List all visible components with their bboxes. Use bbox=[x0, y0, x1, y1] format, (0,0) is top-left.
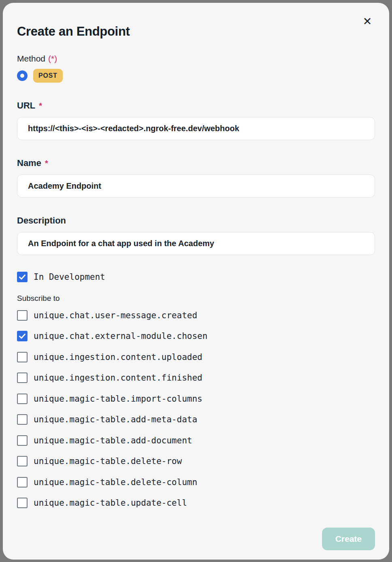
subscribe-event-row[interactable]: unique.magic-table.update-cell bbox=[17, 493, 375, 514]
description-label: Description bbox=[17, 215, 375, 226]
subscribe-event-label: unique.magic-table.add-meta-data bbox=[34, 415, 197, 424]
subscribe-event-label: unique.ingestion.content.uploaded bbox=[34, 352, 202, 362]
name-required-marker: * bbox=[45, 159, 48, 168]
create-endpoint-dialog: ✕ Create an Endpoint Method (*) POST URL… bbox=[3, 3, 389, 560]
method-required-marker: (*) bbox=[48, 54, 57, 64]
url-input[interactable] bbox=[17, 117, 375, 140]
event-checkbox[interactable] bbox=[17, 394, 28, 404]
url-required-marker: * bbox=[39, 101, 42, 111]
subscribe-event-label: unique.chat.external-module.chosen bbox=[34, 331, 208, 341]
subscribe-event-label: unique.chat.user-message.created bbox=[34, 311, 197, 320]
name-label: Name * bbox=[17, 158, 375, 168]
in-development-label: In Development bbox=[34, 272, 105, 282]
event-checkbox[interactable] bbox=[17, 456, 28, 466]
close-icon[interactable]: ✕ bbox=[360, 14, 375, 29]
subscribe-event-row[interactable]: unique.magic-table.import-columns bbox=[17, 388, 375, 409]
subscribe-event-row[interactable]: unique.chat.user-message.created bbox=[17, 305, 375, 326]
dialog-footer: Create bbox=[17, 528, 375, 550]
event-checkbox[interactable] bbox=[17, 477, 28, 487]
subscribe-event-label: unique.magic-table.update-cell bbox=[34, 498, 187, 508]
method-options: POST bbox=[17, 69, 375, 83]
post-method-badge[interactable]: POST bbox=[33, 69, 63, 83]
description-label-text: Description bbox=[17, 215, 66, 226]
subscribe-event-row[interactable]: unique.ingestion.content.uploaded bbox=[17, 347, 375, 368]
subscribe-event-row[interactable]: unique.magic-table.delete-column bbox=[17, 472, 375, 493]
in-development-checkbox[interactable] bbox=[17, 272, 28, 282]
in-development-row[interactable]: In Development bbox=[17, 272, 375, 282]
subscribe-event-label: unique.magic-table.add-document bbox=[34, 436, 192, 445]
event-checkbox[interactable] bbox=[17, 373, 28, 383]
name-label-text: Name bbox=[17, 158, 41, 168]
subscribe-to-label: Subscribe to bbox=[17, 294, 375, 303]
subscribe-event-label: unique.magic-table.delete-column bbox=[34, 477, 197, 487]
subscribe-event-row[interactable]: unique.ingestion.content.finished bbox=[17, 368, 375, 389]
method-label: Method (*) bbox=[17, 54, 375, 64]
url-label: URL * bbox=[17, 100, 375, 111]
event-checkbox[interactable] bbox=[17, 414, 28, 425]
subscribe-event-label: unique.ingestion.content.finished bbox=[34, 373, 202, 383]
method-post-radio[interactable] bbox=[17, 70, 28, 81]
checkmark-icon bbox=[19, 334, 25, 339]
subscribe-event-row[interactable]: unique.magic-table.add-meta-data bbox=[17, 409, 375, 430]
subscribe-event-label: unique.magic-table.import-columns bbox=[34, 394, 202, 404]
checkmark-icon bbox=[19, 275, 25, 280]
url-label-text: URL bbox=[17, 100, 35, 111]
method-label-text: Method bbox=[17, 54, 45, 64]
create-button[interactable]: Create bbox=[322, 528, 375, 550]
name-input[interactable] bbox=[17, 175, 375, 198]
event-checkbox[interactable] bbox=[17, 310, 28, 321]
event-checkbox[interactable] bbox=[17, 435, 28, 446]
description-input[interactable] bbox=[17, 232, 375, 255]
subscribe-event-row[interactable]: unique.chat.external-module.chosen bbox=[17, 326, 375, 347]
subscribe-event-label: unique.magic-table.delete-row bbox=[34, 456, 182, 466]
event-checkbox[interactable] bbox=[17, 498, 28, 508]
event-checkbox[interactable] bbox=[17, 352, 28, 362]
page-title: Create an Endpoint bbox=[17, 24, 375, 39]
subscribe-event-row[interactable]: unique.magic-table.add-document bbox=[17, 430, 375, 451]
event-checkbox[interactable] bbox=[17, 331, 28, 341]
subscribe-events-list: unique.chat.user-message.created unique.… bbox=[17, 305, 375, 513]
subscribe-event-row[interactable]: unique.magic-table.delete-row bbox=[17, 451, 375, 472]
